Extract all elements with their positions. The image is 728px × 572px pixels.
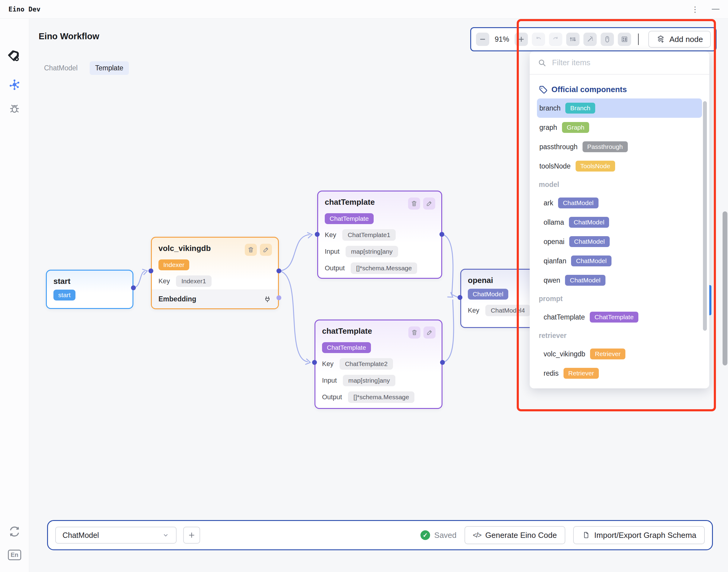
node-start[interactable]: startstart (46, 270, 134, 309)
node-footer-embedding[interactable]: Embedding (152, 290, 278, 308)
workflow-network-icon[interactable] (8, 78, 21, 91)
tab-template[interactable]: Template (90, 61, 129, 75)
node-row-output: Output[]*schema.Message (325, 263, 435, 274)
component-item-toolsNode[interactable]: toolsNodeToolsNode (537, 156, 702, 176)
filter-items-input[interactable] (552, 58, 702, 67)
component-item-chatTemplate[interactable]: chatTemplateChatTemplate (537, 307, 702, 327)
component-list: branchBranchgraphGraphpassthroughPassthr… (530, 98, 709, 383)
node-row-output: Output[]*schema.Message (322, 391, 435, 403)
component-item-passthrough[interactable]: passthroughPassthrough (537, 137, 702, 156)
port-openai-in[interactable] (458, 295, 462, 300)
add-node-label: Add node (669, 35, 703, 44)
edge-arrowhead-icon (306, 359, 311, 365)
import-export-button[interactable]: Import/Export Graph Schema (573, 526, 705, 544)
port-chatTemplate1-in[interactable] (315, 232, 320, 237)
logo-tag-gear-icon[interactable] (7, 49, 22, 65)
edge-chatTemplate2-to-openai (442, 300, 454, 362)
save-status: ✓ Saved (420, 530, 457, 540)
component-item-ollama[interactable]: ollamaChatModel (537, 213, 702, 232)
node-type-badge: ChatTemplate (325, 213, 374, 224)
component-type-badge: ToolsNode (576, 161, 615, 171)
delete-node-button[interactable] (408, 327, 420, 339)
component-group-model: model (530, 176, 709, 193)
component-item-volc_vikingdb[interactable]: volc_vikingdbRetriever (537, 344, 702, 364)
edge-volc_vikingdb-to-chatTemplate2 (279, 271, 308, 362)
component-name: branch (539, 104, 561, 112)
refresh-icon[interactable] (8, 525, 21, 538)
node-title: chatTemplate (322, 327, 372, 336)
component-name: passthrough (539, 143, 578, 151)
port-volc_vikingdb-embed[interactable] (276, 295, 281, 300)
component-item-qianfan[interactable]: qianfanChatModel (537, 251, 702, 271)
undo-button[interactable] (532, 32, 545, 46)
zoom-in-button[interactable] (514, 32, 528, 46)
row-value-chip: ChatModel4 (485, 305, 530, 316)
edit-node-icon (426, 329, 433, 336)
auto-layout-button[interactable] (566, 32, 579, 46)
language-en-icon[interactable]: En (8, 550, 21, 560)
magic-wand-button[interactable] (583, 32, 597, 46)
edit-node-button[interactable] (260, 244, 272, 256)
component-group-retriever: retriever (530, 327, 709, 344)
component-type-badge: ChatModel (571, 256, 612, 266)
redo-button[interactable] (549, 32, 562, 46)
port-start-out[interactable] (131, 285, 136, 290)
edit-node-button[interactable] (423, 327, 435, 339)
component-item-ark[interactable]: arkChatModel (537, 193, 702, 213)
node-type-select[interactable]: ChatModel (55, 527, 177, 544)
page-scrollbar[interactable] (723, 211, 727, 365)
component-type-badge: ChatModel (569, 236, 610, 247)
page-title: Eino Workflow (38, 31, 99, 42)
node-title: volc_vikingdb (158, 244, 211, 253)
node-type-badge: ChatTemplate (322, 342, 371, 353)
component-item-openai[interactable]: openaiChatModel (537, 232, 702, 251)
window-menu-icon[interactable]: ⋮ (691, 5, 699, 13)
debug-bug-icon[interactable] (8, 103, 21, 115)
minimap-button[interactable] (618, 32, 631, 46)
add-graph-button[interactable] (183, 527, 200, 544)
port-volc_vikingdb-out[interactable] (276, 269, 281, 273)
component-item-qwen[interactable]: qwenChatModel (537, 271, 702, 290)
component-item-graph[interactable]: graphGraph (537, 118, 702, 137)
import-export-label: Import/Export Graph Schema (594, 530, 696, 540)
row-label: Input (322, 377, 337, 384)
footer-label: Embedding (158, 295, 196, 303)
row-label: Output (325, 264, 345, 272)
panel-scrollbar[interactable] (703, 101, 707, 331)
component-item-branch[interactable]: branchBranch (537, 98, 702, 118)
add-node-button[interactable]: Add node (648, 31, 711, 48)
edit-node-icon (425, 200, 433, 207)
component-name: ark (544, 199, 553, 207)
row-label: Key (325, 231, 336, 239)
node-row-key: KeyIndexer1 (158, 275, 271, 287)
zoom-out-button[interactable] (476, 32, 489, 46)
node-chatTemplate1[interactable]: chatTemplateChatTemplateKeyChatTemplate1… (317, 191, 442, 279)
node-volc_vikingdb[interactable]: volc_vikingdbIndexerKeyIndexer1Embedding (151, 237, 279, 309)
toolbar-divider (638, 33, 639, 45)
edge-start-to-volc_vikingdb (134, 271, 145, 288)
port-volc_vikingdb-in[interactable] (149, 269, 153, 273)
generate-code-label: Generate Eino Code (485, 530, 557, 540)
component-type-badge: Branch (565, 103, 595, 114)
component-name: redis (544, 369, 559, 377)
window-minimize-icon[interactable] (712, 9, 720, 10)
node-title: openai (468, 276, 493, 285)
component-item-redis[interactable]: redisRetriever (537, 364, 702, 383)
node-type-badge: Indexer (158, 260, 189, 270)
edit-node-button[interactable] (423, 198, 435, 210)
window-title: Eino Dev (8, 5, 41, 13)
tab-chatmodel[interactable]: ChatModel (38, 61, 83, 75)
delete-node-button[interactable] (245, 244, 257, 256)
mouse-button[interactable] (600, 32, 614, 46)
delete-node-icon (247, 246, 254, 254)
layers-plus-icon (656, 35, 665, 44)
port-chatTemplate2-out[interactable] (440, 360, 445, 365)
port-chatTemplate2-in[interactable] (312, 360, 317, 365)
port-chatTemplate1-out[interactable] (439, 232, 444, 237)
row-value-chip: ChatTemplate2 (339, 358, 393, 370)
node-row-input: Inputmap[string]any (325, 246, 435, 257)
generate-code-button[interactable]: </> Generate Eino Code (465, 526, 565, 544)
delete-node-button[interactable] (408, 198, 420, 210)
node-chatTemplate2[interactable]: chatTemplateChatTemplateKeyChatTemplate2… (315, 319, 442, 409)
tabs: ChatModel Template (38, 61, 129, 75)
